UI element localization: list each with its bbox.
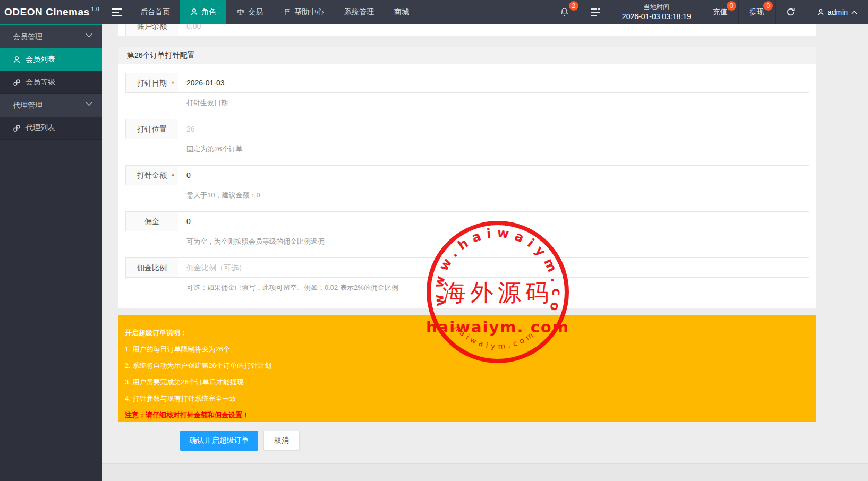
sidebar-group-member-management[interactable]: 会员管理 <box>0 25 102 48</box>
form-row: 佣金比例 <box>125 257 809 278</box>
person-icon <box>13 56 21 64</box>
sidebar: 会员管理 会员列表 会员等级 代理管理 代理列表 <box>0 24 102 481</box>
nav-item-label: 系统管理 <box>344 7 374 17</box>
username: admin <box>828 8 848 16</box>
field-inject-date: 打针日期 * 打针生效日期 <box>125 73 809 107</box>
commission-input[interactable] <box>178 211 809 231</box>
sidebar-item-member-level[interactable]: 会员等级 <box>0 71 102 94</box>
message-list-button[interactable] <box>580 0 611 24</box>
sidebar-item-label: 会员列表 <box>25 55 55 64</box>
nav-item-dashboard[interactable]: 后台首页 <box>130 0 180 24</box>
inject-amount-input[interactable] <box>178 165 809 185</box>
required-asterisk: * <box>172 74 174 93</box>
list-icon <box>591 8 600 16</box>
recharge-button[interactable]: 充值 0 <box>702 0 738 24</box>
notifications-button[interactable]: 2 <box>549 0 580 24</box>
inject-date-input[interactable] <box>178 73 809 93</box>
withdraw-button[interactable]: 提现 0 <box>738 0 775 24</box>
refresh-button[interactable] <box>775 0 806 24</box>
hamburger-icon <box>112 8 122 16</box>
field-label-text: 佣金 <box>144 217 159 226</box>
nav-item-label: 后台首页 <box>140 7 170 17</box>
app-logo-text: ODEON Cinemas <box>4 6 90 18</box>
field-label-text: 打针位置 <box>137 125 167 133</box>
field-label-text: 打针日期 <box>137 79 167 87</box>
form-row: 打针日期 * <box>125 73 809 93</box>
super-order-config-card: 第26个订单打针配置 打针日期 * 打针生效日期 打针位置 <box>118 47 816 309</box>
link-icon <box>13 124 21 132</box>
field-help: 打针生效日期 <box>186 98 809 107</box>
inject-position-input[interactable] <box>178 119 809 139</box>
account-balance-card: 账户余额 <box>118 24 816 36</box>
sidebar-group-label: 代理管理 <box>13 101 42 109</box>
super-order-notice: 开启超级订单说明： 1. 用户的每日订单限制将变为26个 2. 系统将自动为用户… <box>118 315 816 422</box>
main-content: 账户余额 第26个订单打针配置 打针日期 * 打针生效日期 打 <box>102 24 868 481</box>
nav-item-help-center[interactable]: 帮助中心 <box>273 0 334 24</box>
field-label-text: 佣金比例 <box>137 263 167 272</box>
field-commission-rate: 佣金比例 可选：如果佣金已填写，此项可留空。例如：0.02 表示2%的佣金比例 <box>125 257 809 292</box>
flag-icon <box>283 8 291 16</box>
withdraw-label: 提现 <box>750 7 764 17</box>
nav-item-label: 角色 <box>201 7 216 17</box>
required-asterisk: * <box>172 167 174 186</box>
form-actions: 确认开启超级订单 取消 <box>118 431 816 451</box>
section-title: 第26个订单打针配置 <box>118 47 816 64</box>
nav-item-system[interactable]: 系统管理 <box>334 0 384 24</box>
form-row: 佣金 <box>125 211 809 231</box>
refresh-icon <box>786 7 795 16</box>
field-commission: 佣金 可为空，为空则按照会员等级的佣金比例返佣 <box>125 211 809 246</box>
nav-item-label: 交易 <box>248 7 263 17</box>
field-label: 打针金额 * <box>125 165 178 185</box>
form-row: 打针金额 * <box>125 165 809 185</box>
person-icon <box>190 8 198 16</box>
cancel-button[interactable]: 取消 <box>263 431 300 451</box>
person-icon <box>817 8 824 16</box>
recharge-label: 充值 <box>713 7 728 17</box>
sidebar-item-member-list[interactable]: 会员列表 <box>0 48 102 71</box>
top-navbar: ODEON Cinemas 1.0 后台首页 角色 交易 帮助中心 系统管理 商… <box>0 0 868 24</box>
field-label: 佣金比例 <box>125 257 178 278</box>
form-row: 打针位置 <box>125 119 809 139</box>
confirm-super-order-button[interactable]: 确认开启超级订单 <box>180 431 258 451</box>
bell-icon <box>560 7 569 16</box>
notice-warning: 注意：请仔细核对打针金额和佣金设置！ <box>125 407 806 419</box>
chevron-up-icon <box>851 10 857 14</box>
field-label-text: 打针金额 <box>137 171 167 179</box>
notice-title: 开启超级订单说明： <box>125 324 806 337</box>
navbar-spacer <box>419 0 549 24</box>
commission-rate-input[interactable] <box>178 257 809 278</box>
field-help: 可为空，为空则按照会员等级的佣金比例返佣 <box>186 237 809 246</box>
config-form: 打针日期 * 打针生效日期 打针位置 固定为第26个订单 <box>118 64 816 292</box>
nav-item-label: 商城 <box>394 7 409 17</box>
sidebar-group-label: 会员管理 <box>13 32 42 41</box>
field-label: 打针日期 * <box>125 73 178 93</box>
app-logo: ODEON Cinemas 1.0 <box>0 0 104 24</box>
local-time-display: 当地时间 2026-01-03 03:18:19 <box>611 0 702 24</box>
scales-icon <box>236 8 245 16</box>
chevron-down-icon <box>86 33 92 38</box>
recharge-badge: 0 <box>727 1 736 11</box>
nav-item-label: 帮助中心 <box>294 7 324 17</box>
nav-item-trade[interactable]: 交易 <box>226 0 273 24</box>
balance-input[interactable] <box>178 24 809 36</box>
local-time-label: 当地时间 <box>644 3 669 12</box>
form-row-balance: 账户余额 <box>125 24 809 36</box>
sidebar-item-agent-list[interactable]: 代理列表 <box>0 117 102 140</box>
link-icon <box>13 79 21 87</box>
field-help: 需大于10，建议金额：0 <box>186 191 809 200</box>
sidebar-item-label: 会员等级 <box>25 78 55 87</box>
user-menu[interactable]: admin <box>806 0 868 24</box>
content-bottom-edge <box>102 463 868 481</box>
sidebar-group-agent-management[interactable]: 代理管理 <box>0 94 102 117</box>
nav-item-roles[interactable]: 角色 <box>180 0 226 24</box>
field-inject-amount: 打针金额 * 需大于10，建议金额：0 <box>125 165 809 200</box>
nav-item-mall[interactable]: 商城 <box>384 0 419 24</box>
sidebar-item-label: 代理列表 <box>25 123 55 133</box>
collapse-sidebar-button[interactable] <box>104 0 130 24</box>
notice-line: 3. 用户需要完成第26个订单后才能提现 <box>125 374 806 386</box>
field-label: 佣金 <box>125 211 178 231</box>
notice-line: 1. 用户的每日订单限制将变为26个 <box>125 341 806 353</box>
balance-field-label: 账户余额 <box>125 24 178 36</box>
notification-badge: 2 <box>569 1 578 11</box>
local-time-value: 2026-01-03 03:18:19 <box>622 12 691 21</box>
